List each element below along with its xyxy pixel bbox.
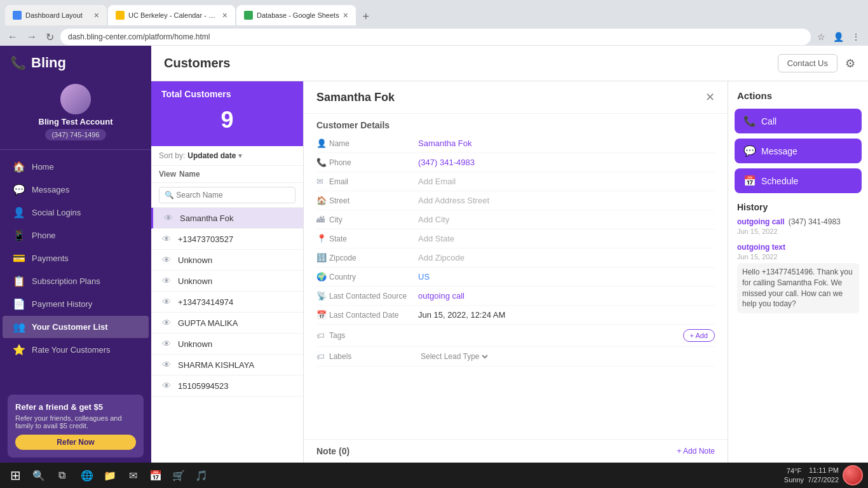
settings-button[interactable]: ⚙ xyxy=(845,57,855,71)
taskbar-app-explorer[interactable]: 📁 xyxy=(100,465,120,485)
view-icon: 👁 xyxy=(159,234,174,244)
field-value[interactable]: Add Zipcode xyxy=(418,253,715,262)
field-label: Country xyxy=(329,273,418,281)
sort-label: Sort by: xyxy=(159,151,185,160)
schedule-button[interactable]: 📅 Schedule xyxy=(735,168,862,193)
taskbar-app-store[interactable]: 🛒 xyxy=(168,465,189,485)
taskbar-app-edge[interactable]: 🌐 xyxy=(77,465,97,485)
customer-row[interactable]: 👁 GUPTA MALIKA xyxy=(151,313,303,334)
customer-row[interactable]: 👁 Unknown xyxy=(151,334,303,355)
history-message: Hello +13477451496. Thank you for callin… xyxy=(737,263,859,313)
history-item: outgoing call (347) 341-4983 Jun 15, 202… xyxy=(737,217,859,235)
sidebar-item-label: Home xyxy=(32,162,54,172)
sort-value[interactable]: Updated date xyxy=(187,151,236,160)
detail-fields: 👤 Name Samantha Fok 📞 Phone (347) 341-49… xyxy=(304,134,728,439)
add-tag-button[interactable]: + Add xyxy=(683,329,715,342)
sidebar-item-customer-list[interactable]: 👥 Your Customer List xyxy=(3,316,149,338)
call-button[interactable]: 📞 Call xyxy=(735,109,862,133)
tags-field-icon: 🏷 xyxy=(316,331,329,341)
tab-close-3[interactable]: × xyxy=(343,10,348,20)
customer-row[interactable]: 👁 Unknown xyxy=(151,271,303,292)
labels-field-icon: 🏷 xyxy=(316,352,329,362)
browser-chrome: Dashboard Layout × UC Berkeley - Calenda… xyxy=(0,0,868,46)
taskbar-weather: 74°F Sunny xyxy=(784,466,804,485)
field-value[interactable]: Add State xyxy=(418,234,715,243)
start-button[interactable]: ⊞ xyxy=(5,465,26,485)
field-label: City xyxy=(329,215,418,224)
sidebar-item-phone[interactable]: 📱 Phone xyxy=(3,224,149,247)
tab-close-2[interactable]: × xyxy=(222,10,227,20)
customer-row[interactable]: 👁 15105994523 xyxy=(151,376,303,396)
customer-row[interactable]: 👁 Samantha Fok xyxy=(151,208,303,229)
message-button[interactable]: 💬 Message xyxy=(735,139,862,163)
contact-us-button[interactable]: Contact Us xyxy=(778,54,837,72)
add-note-button[interactable]: + Add Note xyxy=(677,447,715,456)
payment-history-icon: 📄 xyxy=(13,298,25,310)
browser-tabs: Dashboard Layout × UC Berkeley - Calenda… xyxy=(0,0,868,25)
browser-tab-3[interactable]: Database - Google Sheets × xyxy=(236,5,356,25)
customer-row[interactable]: 👁 SHARMA KISHLAYA xyxy=(151,355,303,376)
detail-header: Samantha Fok ✕ xyxy=(304,81,728,114)
customer-row[interactable]: 👁 +13473414974 xyxy=(151,292,303,313)
customer-name: Unknown xyxy=(178,339,295,349)
tab-favicon-1 xyxy=(13,11,22,20)
field-label: Name xyxy=(329,139,418,148)
field-city: 🏙 City Add City xyxy=(316,210,715,229)
detail-close-button[interactable]: ✕ xyxy=(705,90,715,104)
browser-tab-1[interactable]: Dashboard Layout × xyxy=(5,5,107,25)
view-icon: 👁 xyxy=(159,381,174,391)
note-title: Note (0) xyxy=(316,446,349,456)
tab-favicon-3 xyxy=(244,11,253,20)
taskbar-task-view[interactable]: ⧉ xyxy=(51,465,72,485)
customer-row[interactable]: 👁 Unknown xyxy=(151,250,303,271)
zipcode-field-icon: 🔢 xyxy=(316,253,329,262)
referral-title: Refer a friend & get $5 xyxy=(15,402,136,412)
main-content: Customers Contact Us ⚙ Total Customers 9… xyxy=(151,46,868,463)
topbar-actions: Contact Us ⚙ xyxy=(778,54,855,72)
sidebar-item-social-logins[interactable]: 👤 Social Logins xyxy=(3,201,149,224)
field-value[interactable]: Add Address Street xyxy=(418,196,715,205)
search-row xyxy=(151,183,303,208)
sidebar-item-messages[interactable]: 💬 Messages xyxy=(3,179,149,201)
tab-favicon-2 xyxy=(116,11,125,20)
url-bar[interactable] xyxy=(60,29,811,45)
referral-button[interactable]: Refer Now xyxy=(15,435,136,450)
field-label: Phone xyxy=(329,158,418,167)
customer-row[interactable]: 👁 +13473703527 xyxy=(151,229,303,250)
customer-name: Unknown xyxy=(178,276,295,286)
lead-type-select[interactable]: Select Lead Type xyxy=(418,351,490,362)
browser-tab-2[interactable]: UC Berkeley - Calendar - Week ... × xyxy=(108,5,235,25)
taskbar-app-calendar[interactable]: 📅 xyxy=(146,465,166,485)
taskbar: ⊞ 🔍 ⧉ 🌐 📁 ✉ 📅 🛒 🎵 74°F Sunny 11:11 PM 7/… xyxy=(0,463,868,488)
taskbar-pinned-apps: 🌐 📁 ✉ 📅 🛒 🎵 xyxy=(77,465,212,485)
field-value[interactable]: Add Email xyxy=(418,177,715,186)
back-button[interactable]: ← xyxy=(5,30,20,44)
message-icon: 💬 xyxy=(743,145,756,157)
field-label: Email xyxy=(329,177,418,186)
sidebar-item-payment-history[interactable]: 📄 Payment History xyxy=(3,293,149,315)
referral-card: Refer a friend & get $5 Refer your frien… xyxy=(8,395,144,458)
sidebar-item-payments[interactable]: 💳 Payments xyxy=(3,247,149,269)
more-button[interactable]: ⋮ xyxy=(849,30,863,43)
tab-close-1[interactable]: × xyxy=(94,10,99,20)
taskbar-search-button[interactable]: 🔍 xyxy=(29,465,49,485)
sidebar-item-rate-customers[interactable]: ⭐ Rate Your Customers xyxy=(3,339,149,361)
sidebar-profile: Bling Test Account (347) 745-1496 xyxy=(0,78,151,150)
sidebar-item-subscription-plans[interactable]: 📋 Subscription Plans xyxy=(3,270,149,292)
state-field-icon: 📍 xyxy=(316,234,329,243)
browser-toolbar: ← → ↻ ☆ 👤 ⋮ xyxy=(0,25,868,48)
sidebar-item-home[interactable]: 🏠 Home xyxy=(3,156,149,178)
view-icon: 👁 xyxy=(159,276,174,286)
field-value[interactable]: Add City xyxy=(418,215,715,224)
new-tab-button[interactable]: + xyxy=(357,8,375,25)
forward-button[interactable]: → xyxy=(24,30,39,44)
note-header: Note (0) + Add Note xyxy=(316,446,715,456)
reload-button[interactable]: ↻ xyxy=(43,30,57,44)
profile-button[interactable]: 👤 xyxy=(831,30,846,43)
search-input[interactable] xyxy=(159,187,295,203)
extensions-button[interactable]: ☆ xyxy=(815,30,828,43)
taskbar-app-mail[interactable]: ✉ xyxy=(123,465,143,485)
browser-action-buttons: ☆ 👤 ⋮ xyxy=(815,30,863,43)
taskbar-bubble-icon[interactable] xyxy=(843,465,863,485)
taskbar-app-spotify[interactable]: 🎵 xyxy=(191,465,212,485)
